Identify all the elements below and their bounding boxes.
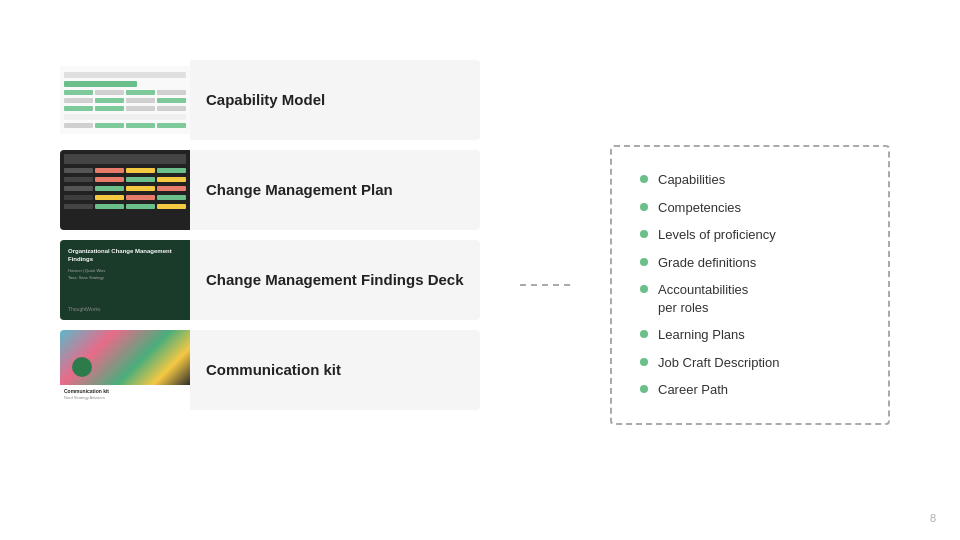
findings-sub1: Horizon | Quick Wins [68,268,182,273]
communication-kit-thumbnail: Communication kit Nord Strategy Advisors [60,330,190,410]
comms-circle [72,357,92,377]
bullet-box: Capabilities Competencies Levels of prof… [610,145,890,425]
bullet-dot-learning [640,330,648,338]
bullet-dot-career-path [640,385,648,393]
bullet-dot-accountabilities [640,285,648,293]
connector [520,60,570,500]
comms-sublabel: Nord Strategy Advisors [60,395,190,400]
communication-kit-label: Communication kit [190,348,357,392]
bullet-learning: Learning Plans [640,326,745,344]
findings-sub2: Taas: Saas Strategy [68,275,182,280]
bullet-career-path: Career Path [640,381,728,399]
page-number: 8 [930,512,936,524]
change-mgmt-plan-thumbnail [60,150,190,230]
change-mgmt-findings-item: Organizational Change Management Finding… [60,240,480,320]
change-mgmt-findings-thumbnail: Organizational Change Management Finding… [60,240,190,320]
bullet-job-craft: Job Craft Description [640,354,779,372]
change-mgmt-plan-item: Change Management Plan [60,150,480,230]
capability-model-item: Capability Model [60,60,480,140]
bullet-dot-proficiency [640,230,648,238]
bullet-dot-competencies [640,203,648,211]
bullet-capabilities: Capabilities [640,171,725,189]
dashed-connector-line [520,284,570,286]
bullet-dot-grade [640,258,648,266]
comms-label: Communication kit [60,385,190,395]
change-mgmt-findings-label: Change Management Findings Deck [190,258,480,302]
deliverables-list: Capability Model [60,60,480,500]
findings-logo: ThoughtWorks [68,306,182,312]
bullet-grade: Grade definitions [640,254,756,272]
main-container: Capability Model [0,0,960,540]
change-mgmt-plan-label: Change Management Plan [190,168,409,212]
bullet-competencies: Competencies [640,199,741,217]
communication-kit-item: Communication kit Nord Strategy Advisors… [60,330,480,410]
bullet-dot-job-craft [640,358,648,366]
bullet-accountabilities: Accountabilitiesper roles [640,281,748,316]
capability-model-label: Capability Model [190,78,341,122]
bullet-dot-capabilities [640,175,648,183]
comms-graphic [60,330,190,385]
findings-title: Organizational Change Management Finding… [68,248,182,264]
capability-model-thumbnail [60,60,190,140]
bullet-proficiency: Levels of proficiency [640,226,776,244]
